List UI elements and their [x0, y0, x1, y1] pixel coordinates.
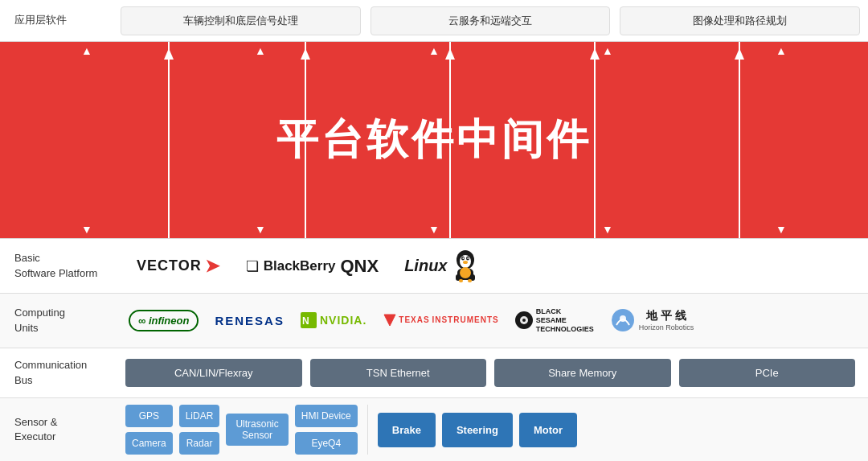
svg-marker-8	[590, 48, 600, 60]
qnx-text: QNX	[340, 256, 379, 277]
infineon-logo: ∞ infineon	[129, 310, 199, 331]
svg-point-19	[460, 267, 471, 278]
app-layer-items: 车辆控制和底层信号处理 云服务和远端交互 图像处理和路径规划	[121, 2, 860, 40]
blackberry-text: BlackBerry	[264, 258, 336, 274]
comm-item-can: CAN/LIN/Flexray	[125, 359, 302, 387]
middleware-text: 平台软件中间件	[276, 112, 592, 168]
sensor-col-2: LiDAR Radar	[179, 405, 220, 455]
app-item-2: 云服务和远端交互	[371, 6, 611, 35]
sensor-radar: Radar	[179, 432, 220, 455]
svg-marker-6	[445, 48, 455, 60]
sensor-right-group: Brake Steering Motor	[378, 405, 577, 455]
svg-marker-1	[164, 48, 174, 60]
blackberry-icon: ❏	[246, 257, 259, 275]
sensor-divider	[367, 405, 368, 455]
infineon-text: ∞ infineon	[138, 315, 189, 327]
horizon-icon	[610, 307, 636, 333]
horizon-robotics-logo: 地 平 线 Horizon Robotics	[610, 307, 694, 333]
linux-logo: Linux	[404, 250, 479, 282]
sensor-executor-label: Sensor &Executor	[8, 410, 121, 449]
svg-rect-22	[459, 279, 463, 282]
renesas-text: RENESAS	[215, 314, 285, 327]
sensor-lidar: LiDAR	[179, 405, 220, 427]
svg-marker-4	[301, 48, 310, 60]
vector-text: VECTOR	[137, 257, 202, 274]
tux-icon	[451, 250, 480, 282]
ti-top: TEXAS INSTRUMENTS	[383, 313, 498, 327]
horizon-english: Horizon Robotics	[639, 323, 694, 331]
computing-row: ComputingUnits ∞ infineon RENESAS N NVID…	[0, 293, 868, 348]
computing-label: ComputingUnits	[8, 301, 121, 340]
comm-item-share: Share Memory	[494, 359, 671, 387]
middleware-row: ▲ ▼ ▲ ▼ ▲ ▼ ▲ ▼ ▲ ▼	[0, 42, 868, 238]
basic-sw-row: BasicSoftware Platform VECTOR ➤ ❏ BlackB…	[0, 238, 868, 293]
arrow-2: ▲ ▼	[255, 42, 266, 238]
svg-point-26	[387, 318, 392, 323]
sensor-brake: Brake	[378, 413, 436, 447]
sensor-gps: GPS	[125, 405, 173, 427]
basic-sw-label: BasicSoftware Platform	[8, 246, 121, 285]
blackberry-logo: ❏ BlackBerry QNX	[246, 256, 379, 277]
svg-point-16	[467, 257, 469, 259]
comm-bus-items: CAN/LIN/Flexray TSN Ethernet Share Memor…	[121, 354, 860, 392]
black-sesame-icon	[515, 311, 533, 329]
svg-rect-23	[468, 279, 472, 282]
sensor-executor-row: Sensor &Executor GPS Camera LiDAR Radar …	[0, 397, 868, 461]
linux-text: Linux	[404, 257, 447, 275]
svg-point-15	[462, 257, 464, 259]
vector-chevron-icon: ➤	[205, 256, 220, 277]
sensor-ultrasonic: Ultrasonic Sensor	[226, 414, 288, 446]
main-container: 应用层软件 车辆控制和底层信号处理 云服务和远端交互 图像处理和路径规划	[0, 0, 868, 461]
app-layer-row: 应用层软件 车辆控制和底层信号处理 云服务和远端交互 图像处理和路径规划	[0, 0, 868, 42]
sensor-eyeq4: EyeQ4	[295, 432, 358, 455]
black-sesame-logo: BLACK SESAME TECHNOLOGIES	[515, 307, 594, 333]
svg-text:N: N	[302, 315, 309, 327]
sensor-steering: Steering	[442, 413, 513, 447]
computing-logos: ∞ infineon RENESAS N NVIDIA.	[121, 304, 860, 336]
sensor-camera: Camera	[125, 432, 173, 455]
vector-logo: VECTOR ➤	[137, 256, 220, 277]
nvidia-logo: N NVIDIA.	[301, 312, 366, 328]
arrow-5: ▲ ▼	[776, 42, 787, 238]
renesas-logo: RENESAS	[215, 314, 285, 327]
comm-item-tsn: TSN Ethernet	[310, 359, 487, 387]
texas-instruments-logo: TEXAS INSTRUMENTS	[383, 313, 498, 327]
app-layer-label: 应用层软件	[8, 8, 121, 32]
sensor-motor: Motor	[519, 413, 577, 447]
svg-point-17	[463, 261, 468, 264]
comm-bus-label: CommunicationBus	[8, 353, 121, 392]
horizon-text: 地 平 线 Horizon Robotics	[639, 309, 694, 331]
sensor-col-4: HMI Device EyeQ4	[295, 405, 358, 455]
app-item-3: 图像处理和路径规划	[620, 6, 860, 35]
horizon-chinese: 地 平 线	[646, 309, 686, 323]
svg-point-29	[522, 319, 526, 322]
sensor-items: GPS Camera LiDAR Radar Ultrasonic Sensor…	[121, 401, 860, 458]
svg-marker-10	[735, 48, 744, 60]
black-sesame-text: BLACK SESAME TECHNOLOGIES	[536, 307, 594, 333]
comm-item-pcie: PCIe	[679, 359, 856, 387]
comm-bus-row: CommunicationBus CAN/LIN/Flexray TSN Eth…	[0, 348, 868, 397]
arrow-1: ▲ ▼	[81, 42, 92, 238]
ti-icon	[383, 313, 397, 327]
nvidia-text: NVIDIA.	[320, 314, 366, 327]
sensor-col-1: GPS Camera	[125, 405, 173, 455]
app-item-1: 车辆控制和底层信号处理	[121, 6, 361, 35]
arrow-4: ▲ ▼	[602, 42, 613, 238]
sensor-hmi: HMI Device	[295, 405, 358, 427]
ti-text: TEXAS INSTRUMENTS	[399, 315, 498, 325]
svg-point-31	[620, 315, 626, 322]
nvidia-icon: N	[301, 312, 317, 328]
sensor-ultrasonic-wrap: Ultrasonic Sensor	[226, 405, 288, 455]
basic-sw-logos: VECTOR ➤ ❏ BlackBerry QNX Linux	[121, 247, 860, 286]
